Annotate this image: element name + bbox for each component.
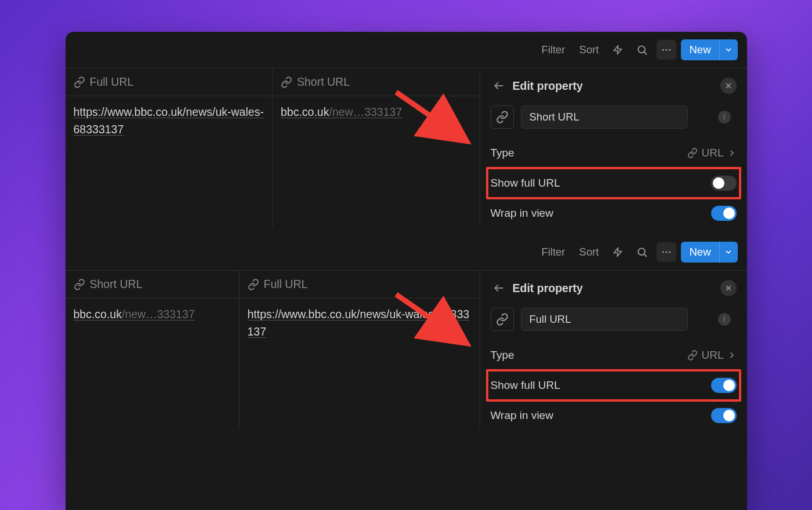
lightning-icon[interactable] [608,40,628,60]
svg-line-2 [644,52,647,54]
edit-property-panel: Edit property i Type [480,271,747,429]
toolbar: Filter Sort New [66,234,747,270]
svg-point-4 [666,49,668,51]
new-button[interactable]: New [681,39,737,60]
wrap-in-view-toggle[interactable] [711,408,737,423]
show-full-url-row[interactable]: Show full URL [491,371,737,399]
property-icon-picker[interactable] [491,308,514,331]
cell-full-url[interactable]: https://www.bbc.co.uk/news/uk-wales-6833… [240,298,480,347]
show-full-url-label: Show full URL [491,379,560,392]
panels: Short URL bbc.co.uk/new…333137 Full URL … [66,270,747,429]
close-icon[interactable] [720,280,737,296]
property-name-input[interactable] [521,105,688,129]
new-button-label: New [681,246,719,258]
column-header-label: Short URL [297,75,350,89]
link-icon [74,76,85,88]
property-icon-picker[interactable] [491,105,514,129]
type-value: URL [701,147,723,159]
column-short-url: Short URL bbc.co.uk/new…333137 [66,271,240,429]
type-row[interactable]: Type URL [491,341,737,369]
sort-button[interactable]: Sort [575,243,604,261]
show-full-url-toggle[interactable] [711,176,737,191]
cell-full-url[interactable]: https://www.bbc.co.uk/news/uk-wales-6833… [66,96,273,145]
property-name-input[interactable] [521,308,688,331]
svg-point-5 [669,49,671,51]
edit-property-panel: Edit property i Type [480,68,747,227]
filter-button[interactable]: Filter [536,243,570,261]
back-button[interactable] [491,78,507,94]
info-icon[interactable]: i [718,111,731,123]
table: Full URL https://www.bbc.co.uk/news/uk-w… [66,68,480,227]
column-header[interactable]: Short URL [273,68,480,96]
svg-marker-11 [614,248,622,257]
column-header-label: Full URL [90,75,134,89]
column-header-label: Full URL [264,278,308,291]
type-label: Type [491,147,514,159]
type-row[interactable]: Type URL [491,139,737,167]
link-icon [74,279,85,290]
filter-button[interactable]: Filter [536,41,570,59]
pane-2: Filter Sort New [66,234,747,429]
svg-marker-0 [614,46,622,54]
show-full-url-toggle[interactable] [711,378,737,393]
more-icon[interactable] [657,242,676,262]
svg-point-3 [662,49,664,51]
column-full-url: Full URL https://www.bbc.co.uk/news/uk-w… [240,271,480,429]
link-icon [687,350,698,360]
column-header[interactable]: Short URL [66,271,239,298]
pane-1: Filter Sort New [66,32,747,227]
column-full-url: Full URL https://www.bbc.co.uk/news/uk-w… [66,68,273,227]
svg-point-14 [662,252,664,253]
column-short-url: Short URL bbc.co.uk/new…333137 [273,68,480,227]
chevron-down-icon[interactable] [719,39,738,60]
column-header[interactable]: Full URL [66,68,273,96]
show-full-url-label: Show full URL [491,177,560,190]
svg-point-16 [669,252,671,253]
back-button[interactable] [491,280,507,296]
wrap-in-view-label: Wrap in view [491,409,553,422]
highlight-show-full-url: Show full URL [486,167,741,199]
panel-title: Edit property [513,79,715,93]
wrap-in-view-row[interactable]: Wrap in view [491,402,737,429]
column-header-label: Short URL [90,278,143,291]
svg-line-13 [644,254,647,257]
lightning-icon[interactable] [608,242,628,262]
panel-title: Edit property [513,282,715,295]
cell-short-url[interactable]: bbc.co.uk/new…333137 [66,298,239,330]
search-icon[interactable] [632,242,652,262]
type-value: URL [701,349,723,362]
chevron-right-icon [727,148,737,158]
more-icon[interactable] [657,40,676,60]
show-full-url-row[interactable]: Show full URL [491,169,737,197]
link-icon [248,279,259,290]
highlight-show-full-url: Show full URL [486,369,741,402]
search-icon[interactable] [632,40,652,60]
wrap-in-view-row[interactable]: Wrap in view [491,199,737,227]
type-label: Type [491,349,514,362]
panels: Full URL https://www.bbc.co.uk/news/uk-w… [66,68,747,227]
wrap-in-view-label: Wrap in view [491,207,553,220]
cell-short-url[interactable]: bbc.co.uk/new…333137 [273,96,480,128]
wrap-in-view-toggle[interactable] [711,206,737,221]
chevron-right-icon [727,351,737,360]
table: Short URL bbc.co.uk/new…333137 Full URL … [66,271,480,429]
svg-point-15 [666,252,668,253]
close-icon[interactable] [720,78,737,94]
link-icon [281,76,292,88]
column-header[interactable]: Full URL [240,271,480,298]
link-icon [687,148,698,158]
new-button[interactable]: New [681,242,737,263]
new-button-label: New [681,43,719,56]
toolbar: Filter Sort New [66,32,747,68]
app-window: Filter Sort New [66,32,747,510]
info-icon[interactable]: i [718,313,731,326]
chevron-down-icon[interactable] [719,242,738,263]
sort-button[interactable]: Sort [575,41,604,59]
